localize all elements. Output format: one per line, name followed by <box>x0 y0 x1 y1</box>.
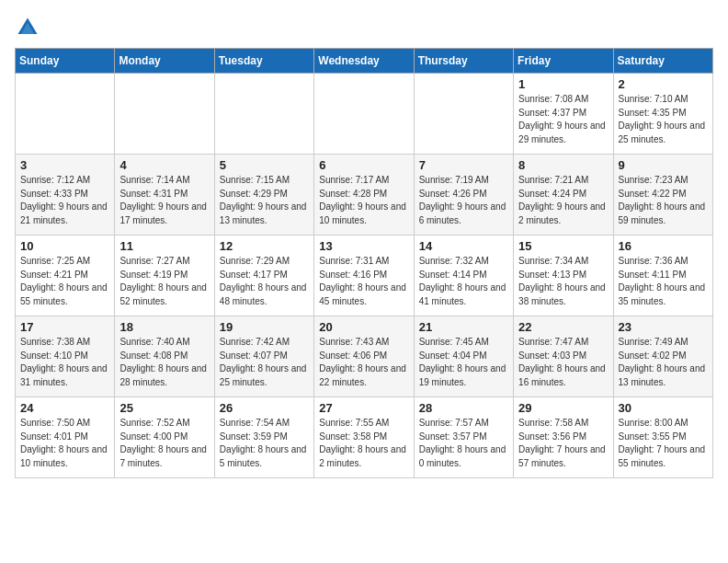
calendar-cell: 6Sunrise: 7:17 AM Sunset: 4:28 PM Daylig… <box>314 155 414 236</box>
day-number: 17 <box>20 320 109 334</box>
day-number: 1 <box>518 77 608 91</box>
calendar-cell: 21Sunrise: 7:45 AM Sunset: 4:04 PM Dayli… <box>414 316 513 397</box>
calendar-cell <box>16 74 115 155</box>
calendar-cell: 8Sunrise: 7:21 AM Sunset: 4:24 PM Daylig… <box>514 155 613 236</box>
day-info: Sunrise: 7:12 AM Sunset: 4:33 PM Dayligh… <box>20 174 109 227</box>
day-info: Sunrise: 7:08 AM Sunset: 4:37 PM Dayligh… <box>518 93 608 146</box>
day-info: Sunrise: 7:32 AM Sunset: 4:14 PM Dayligh… <box>419 255 508 308</box>
day-info: Sunrise: 7:19 AM Sunset: 4:26 PM Dayligh… <box>419 174 508 227</box>
calendar-day-header: Sunday <box>16 49 115 74</box>
day-number: 14 <box>419 239 508 253</box>
calendar-day-header: Thursday <box>414 49 513 74</box>
calendar-cell <box>115 74 214 155</box>
day-info: Sunrise: 7:25 AM Sunset: 4:21 PM Dayligh… <box>20 255 109 308</box>
calendar-cell: 3Sunrise: 7:12 AM Sunset: 4:33 PM Daylig… <box>16 155 115 236</box>
day-number: 15 <box>518 239 608 253</box>
calendar-cell: 17Sunrise: 7:38 AM Sunset: 4:10 PM Dayli… <box>16 316 115 397</box>
calendar-day-header: Tuesday <box>214 49 313 74</box>
calendar-cell: 24Sunrise: 7:50 AM Sunset: 4:01 PM Dayli… <box>16 397 115 478</box>
calendar-week-row: 1Sunrise: 7:08 AM Sunset: 4:37 PM Daylig… <box>16 74 713 155</box>
day-number: 5 <box>220 158 309 172</box>
calendar-cell: 9Sunrise: 7:23 AM Sunset: 4:22 PM Daylig… <box>613 155 712 236</box>
day-info: Sunrise: 7:38 AM Sunset: 4:10 PM Dayligh… <box>20 336 109 389</box>
day-info: Sunrise: 7:50 AM Sunset: 4:01 PM Dayligh… <box>20 417 109 470</box>
day-info: Sunrise: 7:21 AM Sunset: 4:24 PM Dayligh… <box>518 174 608 227</box>
calendar-day-header: Monday <box>115 49 214 74</box>
day-number: 6 <box>319 158 408 172</box>
calendar-week-row: 24Sunrise: 7:50 AM Sunset: 4:01 PM Dayli… <box>16 397 713 478</box>
calendar-week-row: 17Sunrise: 7:38 AM Sunset: 4:10 PM Dayli… <box>16 316 713 397</box>
day-info: Sunrise: 7:17 AM Sunset: 4:28 PM Dayligh… <box>319 174 408 227</box>
day-number: 26 <box>220 401 309 415</box>
calendar-day-header: Friday <box>514 49 613 74</box>
day-number: 18 <box>119 320 209 334</box>
calendar-week-row: 3Sunrise: 7:12 AM Sunset: 4:33 PM Daylig… <box>16 155 713 236</box>
day-info: Sunrise: 7:47 AM Sunset: 4:03 PM Dayligh… <box>518 336 608 389</box>
day-number: 11 <box>119 239 209 253</box>
calendar-body: 1Sunrise: 7:08 AM Sunset: 4:37 PM Daylig… <box>16 74 713 478</box>
calendar-cell: 11Sunrise: 7:27 AM Sunset: 4:19 PM Dayli… <box>115 236 214 316</box>
day-number: 20 <box>319 320 408 334</box>
day-info: Sunrise: 8:00 AM Sunset: 3:55 PM Dayligh… <box>619 417 708 470</box>
day-info: Sunrise: 7:42 AM Sunset: 4:07 PM Dayligh… <box>220 336 309 389</box>
day-info: Sunrise: 7:14 AM Sunset: 4:31 PM Dayligh… <box>119 174 209 227</box>
day-info: Sunrise: 7:49 AM Sunset: 4:02 PM Dayligh… <box>619 336 708 389</box>
calendar-table: SundayMondayTuesdayWednesdayThursdayFrid… <box>15 48 713 478</box>
calendar-cell: 28Sunrise: 7:57 AM Sunset: 3:57 PM Dayli… <box>414 397 513 478</box>
calendar-cell: 2Sunrise: 7:10 AM Sunset: 4:35 PM Daylig… <box>613 74 712 155</box>
day-info: Sunrise: 7:23 AM Sunset: 4:22 PM Dayligh… <box>619 174 708 227</box>
day-number: 9 <box>619 158 708 172</box>
day-number: 10 <box>20 239 109 253</box>
calendar-day-header: Saturday <box>613 49 712 74</box>
day-info: Sunrise: 7:55 AM Sunset: 3:58 PM Dayligh… <box>319 417 408 470</box>
calendar-cell: 19Sunrise: 7:42 AM Sunset: 4:07 PM Dayli… <box>214 316 313 397</box>
day-number: 25 <box>119 401 209 415</box>
day-info: Sunrise: 7:54 AM Sunset: 3:59 PM Dayligh… <box>220 417 309 470</box>
calendar-cell: 15Sunrise: 7:34 AM Sunset: 4:13 PM Dayli… <box>514 236 613 316</box>
day-number: 27 <box>319 401 408 415</box>
day-info: Sunrise: 7:27 AM Sunset: 4:19 PM Dayligh… <box>119 255 209 308</box>
calendar-cell: 18Sunrise: 7:40 AM Sunset: 4:08 PM Dayli… <box>115 316 214 397</box>
day-number: 13 <box>319 239 408 253</box>
day-number: 24 <box>20 401 109 415</box>
day-number: 4 <box>119 158 209 172</box>
day-number: 29 <box>518 401 608 415</box>
calendar-cell: 26Sunrise: 7:54 AM Sunset: 3:59 PM Dayli… <box>214 397 313 478</box>
day-info: Sunrise: 7:36 AM Sunset: 4:11 PM Dayligh… <box>619 255 708 308</box>
day-info: Sunrise: 7:15 AM Sunset: 4:29 PM Dayligh… <box>220 174 309 227</box>
day-info: Sunrise: 7:52 AM Sunset: 4:00 PM Dayligh… <box>119 417 209 470</box>
day-number: 19 <box>220 320 309 334</box>
calendar-cell: 30Sunrise: 8:00 AM Sunset: 3:55 PM Dayli… <box>613 397 712 478</box>
calendar-cell: 13Sunrise: 7:31 AM Sunset: 4:16 PM Dayli… <box>314 236 414 316</box>
day-number: 21 <box>419 320 508 334</box>
calendar-cell <box>414 74 513 155</box>
calendar-week-row: 10Sunrise: 7:25 AM Sunset: 4:21 PM Dayli… <box>16 236 713 316</box>
day-number: 16 <box>619 239 708 253</box>
calendar-cell: 20Sunrise: 7:43 AM Sunset: 4:06 PM Dayli… <box>314 316 414 397</box>
day-info: Sunrise: 7:58 AM Sunset: 3:56 PM Dayligh… <box>518 417 608 470</box>
calendar-cell: 10Sunrise: 7:25 AM Sunset: 4:21 PM Dayli… <box>16 236 115 316</box>
day-number: 30 <box>619 401 708 415</box>
day-info: Sunrise: 7:29 AM Sunset: 4:17 PM Dayligh… <box>220 255 309 308</box>
day-number: 8 <box>518 158 608 172</box>
day-info: Sunrise: 7:34 AM Sunset: 4:13 PM Dayligh… <box>518 255 608 308</box>
calendar-day-header: Wednesday <box>314 49 414 74</box>
day-number: 23 <box>619 320 708 334</box>
logo <box>15 15 44 40</box>
day-number: 7 <box>419 158 508 172</box>
calendar-cell: 25Sunrise: 7:52 AM Sunset: 4:00 PM Dayli… <box>115 397 214 478</box>
day-info: Sunrise: 7:43 AM Sunset: 4:06 PM Dayligh… <box>319 336 408 389</box>
calendar-cell <box>314 74 414 155</box>
day-info: Sunrise: 7:40 AM Sunset: 4:08 PM Dayligh… <box>119 336 209 389</box>
calendar-cell <box>214 74 313 155</box>
calendar-cell: 23Sunrise: 7:49 AM Sunset: 4:02 PM Dayli… <box>613 316 712 397</box>
day-number: 3 <box>20 158 109 172</box>
day-number: 2 <box>619 77 708 91</box>
calendar-cell: 5Sunrise: 7:15 AM Sunset: 4:29 PM Daylig… <box>214 155 313 236</box>
page-header <box>15 15 713 40</box>
calendar-cell: 1Sunrise: 7:08 AM Sunset: 4:37 PM Daylig… <box>514 74 613 155</box>
day-number: 12 <box>220 239 309 253</box>
calendar-header-row: SundayMondayTuesdayWednesdayThursdayFrid… <box>16 49 713 74</box>
calendar-cell: 29Sunrise: 7:58 AM Sunset: 3:56 PM Dayli… <box>514 397 613 478</box>
calendar-cell: 12Sunrise: 7:29 AM Sunset: 4:17 PM Dayli… <box>214 236 313 316</box>
